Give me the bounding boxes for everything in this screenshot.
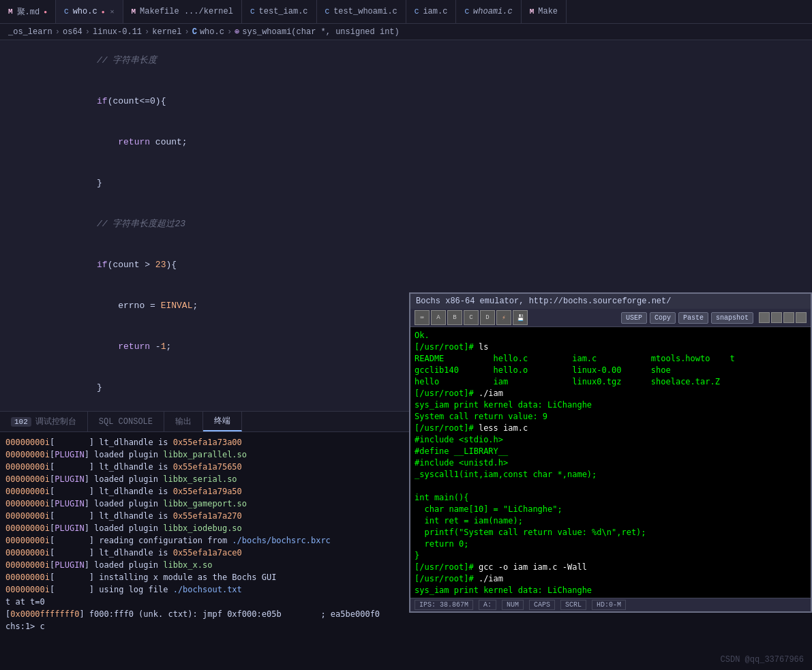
tab-modified-dot: ● — [102, 9, 105, 15]
line-content[interactable]: if(count > 23){ — [41, 245, 812, 286]
tab-terminal[interactable]: 终端 — [203, 412, 242, 431]
bochs-output-line: sys_iam print kernel data: LiChanghe — [415, 585, 807, 596]
breakpoint-dot — [30, 181, 35, 186]
terminal-address: 00000000i — [5, 438, 50, 447]
breadcrumb-file-icon: C — [192, 27, 197, 37]
tab-聚md[interactable]: M 聚.md ● — [0, 0, 56, 23]
main-container: // 字符串长度 if(count<=0){ — [0, 40, 812, 670]
tab-make[interactable]: M Make — [522, 0, 567, 23]
tab-debug-console[interactable]: 102 调试控制台 — [0, 412, 88, 431]
tab-makefile[interactable]: M Makefile .../kernel — [123, 0, 242, 23]
line-content[interactable]: } — [41, 163, 812, 204]
breakpoint-dot — [20, 99, 26, 104]
line-gutter — [0, 344, 41, 350]
bochs-icon2[interactable] — [771, 312, 782, 323]
code-text — [97, 137, 118, 147]
number: 23 — [155, 260, 166, 270]
breadcrumb-func-icon: ⊕ — [235, 27, 239, 37]
line-gutter — [0, 303, 41, 309]
bochs-prompt: [/usr/root]# — [415, 574, 479, 583]
bochs-kbd-icon[interactable]: ⌨ — [415, 310, 430, 325]
operator — [97, 341, 118, 352]
breakpoint-dot — [30, 385, 35, 391]
operator: ; — [166, 341, 171, 352]
tab-test-whoami[interactable]: C test_whoami.c — [317, 0, 406, 23]
tab-whoami-c[interactable]: C whoami.c — [456, 0, 521, 23]
tab-iam-c[interactable]: C iam.c — [406, 0, 457, 23]
code-line: // 字符串长度超过23 — [0, 204, 812, 245]
bochs-power-icon[interactable]: ⚡ — [496, 310, 511, 325]
breadcrumb-sep: › — [55, 27, 60, 37]
bochs-disk-icon[interactable]: 💾 — [513, 310, 528, 325]
terminal-address: 00000000i — [5, 450, 50, 459]
code-line: // 字符串长度 — [0, 40, 812, 81]
terminal-address: 00000000i — [5, 511, 50, 521]
tab-who-c[interactable]: C who.c ● ✕ — [56, 0, 123, 23]
terminal-address: 00000000i — [5, 487, 50, 496]
bochs-btn-c[interactable]: C — [464, 310, 479, 325]
line-content[interactable]: // 字符串长度 — [41, 40, 812, 81]
operator: - — [150, 341, 161, 352]
line-content[interactable]: if(count<=0){ — [41, 81, 812, 122]
breadcrumb-part[interactable]: who.c — [200, 27, 224, 37]
operator: (count > — [108, 260, 155, 270]
tab-icon-c: C — [250, 7, 255, 16]
breadcrumb-part[interactable]: _os_learn — [8, 27, 52, 37]
tab-icon-c: C — [464, 7, 469, 16]
tab-label: whoami.c — [473, 7, 513, 16]
tab-sql-console[interactable]: SQL CONSOLE — [88, 412, 164, 431]
macro: EINVAL — [161, 301, 193, 311]
bochs-copy-button[interactable]: Copy — [650, 312, 676, 324]
code-line: if(count<=0){ — [0, 81, 812, 122]
terminal-address: 00000000i — [5, 536, 50, 545]
bochs-scrl-lock: SCRL — [560, 600, 586, 610]
bochs-command: ./iam — [479, 389, 503, 398]
code-line: return count; — [0, 122, 812, 163]
tab-label: test_whoami.c — [333, 7, 397, 16]
bochs-terminal[interactable]: Ok. [/usr/root]# ls README hello.c iam.c… — [410, 327, 811, 598]
bochs-paste-button[interactable]: Paste — [678, 312, 708, 324]
keyword: if — [97, 96, 108, 106]
bochs-usep-button[interactable]: USEP — [621, 312, 647, 324]
tab-label: who.c — [73, 7, 97, 16]
line-gutter — [0, 262, 41, 268]
bochs-icon3[interactable] — [783, 312, 794, 323]
bochs-output-line: System call return value: 9 — [415, 411, 807, 423]
bochs-command: ls — [479, 342, 488, 352]
plugin-name: libbx_parallel.so — [163, 450, 247, 459]
tab-test-iam[interactable]: C test_iam.c — [242, 0, 317, 23]
bochs-output-line: [/usr/root]# ./iam — [415, 388, 807, 399]
breadcrumb-part[interactable]: linux-0.11 — [93, 27, 142, 37]
line-gutter — [0, 58, 41, 63]
tab-icon-m: M — [8, 7, 13, 16]
bochs-output-line — [415, 481, 807, 492]
line-content[interactable]: return count; — [41, 122, 812, 163]
code-line: if(count > 23){ — [0, 245, 812, 286]
tab-close-button[interactable]: ✕ — [110, 7, 114, 16]
bochs-prompt: [/usr/root]# — [415, 562, 479, 572]
line-content[interactable]: // 字符串长度超过23 — [41, 204, 812, 245]
bochs-output-line: printf("System call return value: %d\n",… — [415, 527, 807, 538]
operator: ; — [192, 301, 198, 311]
breadcrumb-sep: › — [227, 27, 232, 37]
bochs-icon4[interactable] — [796, 312, 807, 323]
breadcrumb-part[interactable]: kernel — [152, 27, 181, 37]
tab-label: 调试控制台 — [35, 416, 76, 427]
bochs-output-line: [/usr/root]# ls — [415, 341, 807, 353]
comment: // 字符串长度 — [97, 55, 157, 65]
breadcrumb-part[interactable]: os64 — [63, 27, 82, 37]
tab-label: 输出 — [175, 416, 192, 427]
plugin-label: PLUGIN — [55, 523, 84, 533]
bochs-btn-a[interactable]: A — [431, 310, 446, 325]
address-val: 0x55efa1a73a00 — [173, 438, 242, 447]
tab-output[interactable]: 输出 — [164, 412, 203, 431]
bochs-icon1[interactable] — [759, 312, 770, 323]
terminal-address: 00000000i — [5, 573, 50, 582]
line-gutter — [0, 140, 41, 145]
breadcrumb: _os_learn › os64 › linux-0.11 › kernel ›… — [0, 24, 812, 40]
bochs-snapshot-button[interactable]: snapshot — [711, 312, 753, 324]
bochs-btn-d[interactable]: D — [480, 310, 495, 325]
breadcrumb-func[interactable]: sys_whoami(char *, unsigned int) — [242, 27, 399, 37]
bochs-btn-b[interactable]: B — [447, 310, 462, 325]
config-path: ./bochs/bochsrc.bxrc — [232, 536, 331, 545]
